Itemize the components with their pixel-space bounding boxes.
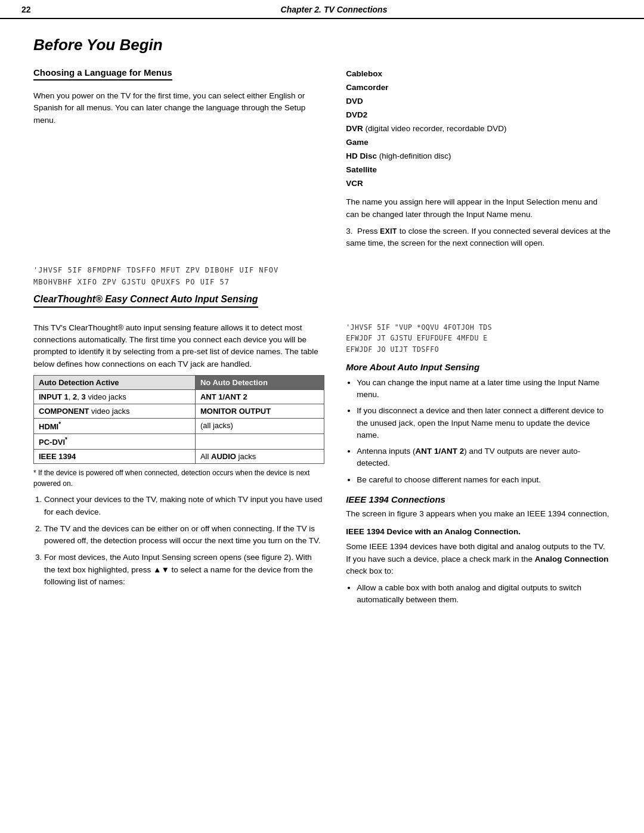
table-cell: HDMI* [34,418,196,433]
page-number: 22 [21,5,45,14]
device-hd-disc: HD Disc (high-definition disc) [346,150,611,163]
input-name-text: The name you assign here will appear in … [346,196,611,221]
ieee-heading: IEEE 1394 Connections [346,494,611,504]
ieee-intro: The screen in figure 3 appears when you … [346,508,611,520]
table-cell: All AUDIO jacks [195,450,324,464]
ieee-bullets: Allow a cable box with both analog and d… [357,582,611,606]
ieee-body: Some IEEE 1394 devices have both digital… [346,541,611,577]
ieee-bullet: Allow a cable box with both analog and d… [357,582,611,606]
encoded-right-line3: EFWJDF JO UIJT TDSFFO [346,344,611,355]
device-camcorder: Camcorder [346,81,611,95]
encoded-block-1: 'JHVSF 5IF 8FMDPNF TDSFFO MFUT ZPV DIBOH… [33,265,611,287]
page: 22 Chapter 2. TV Connections Before You … [0,0,644,833]
encoded-right-line2: EFWJDF JT GJSTU EFUFDUFE 4MFDU E [346,333,611,343]
table-cell: ANT 1/ANT 2 [195,389,324,404]
section1-body: When you power on the TV for the first t… [33,90,324,126]
section2-heading: ClearThought® Easy Connect Auto Input Se… [33,294,258,308]
table-cell: MONITOR OUTPUT [195,404,324,418]
device-vcr: VCR [346,177,611,191]
device-dvd2: DVD2 [346,109,611,122]
table-col2-header: No Auto Detection [195,375,324,389]
table-row: COMPONENT video jacks MONITOR OUTPUT [34,404,324,418]
encoded-line-2: MBOHVBHF XIFO ZPV GJSTU QPUXFS PO UIF 57 [33,277,611,288]
table-cell: (all jacks) [195,418,324,433]
left-column: Choosing a Language for Menus When you p… [33,67,324,254]
section1-heading-block: Choosing a Language for Menus [33,67,324,85]
right-column: Cablebox Camcorder DVD DVD2 DVR (digital… [346,67,611,254]
list-item: The TV and the devices can be either on … [44,523,324,547]
bullet-item: Be careful to choose different names for… [357,474,611,486]
table-right-col: 'JHVSF 5IF "VUP *OQVU 4FOTJOH TDS EFWJDF… [346,322,611,611]
footnote: * If the device is powered off when conn… [33,467,324,489]
bullet-item: If you disconnect a device and then late… [357,405,611,441]
device-list: Cablebox Camcorder DVD DVD2 DVR (digital… [346,67,611,190]
content-area: Before You Begin Choosing a Language for… [0,19,644,627]
device-dvd: DVD [346,95,611,109]
table-left-col: This TV's ClearThought® auto input sensi… [33,322,324,611]
table-cell [195,434,324,450]
section2-heading-block: ClearThought® Easy Connect Auto Input Se… [33,294,611,312]
device-game: Game [346,136,611,150]
table-row: IEEE 1394 All AUDIO jacks [34,450,324,464]
encoded-right-block: 'JHVSF 5IF "VUP *OQVU 4FOTJOH TDS EFWJDF… [346,322,611,355]
more-about-bullets: You can change the input name at a later… [357,377,611,486]
step3-text: 3. Press EXIT to close the screen. If yo… [346,225,611,250]
device-cablebox: Cablebox [346,67,611,81]
table-row: PC-DVI* [34,434,324,450]
table-row: HDMI* (all jacks) [34,418,324,433]
numbered-list: Connect your devices to the TV, making n… [44,494,324,588]
section2-body: This TV's ClearThought® auto input sensi… [33,322,324,370]
encoded-right-line1: 'JHVSF 5IF "VUP *OQVU 4FOTJOH TDS [346,322,611,333]
section1-heading: Choosing a Language for Menus [33,67,172,80]
detection-table: Auto Detection Active No Auto Detection … [33,375,324,465]
book-title: Before You Begin [33,36,611,54]
bullet-item: Antenna inputs (ANT 1/ANT 2) and TV outp… [357,445,611,470]
table-text-row: This TV's ClearThought® auto input sensi… [33,322,611,611]
table-cell: INPUT 1, 2, 3 video jacks [34,389,196,404]
list-item: For most devices, the Auto Input Sensing… [44,552,324,588]
more-about-heading: More About Auto Input Sensing [346,362,611,372]
table-cell: COMPONENT video jacks [34,404,196,418]
table-cell: PC-DVI* [34,434,196,450]
table-col1-header: Auto Detection Active [34,375,196,389]
page-header: 22 Chapter 2. TV Connections [0,0,644,19]
device-satellite: Satellite [346,163,611,177]
ieee-sub-heading: IEEE 1394 Device with an Analog Connecti… [346,526,611,538]
bullet-item: You can change the input name at a later… [357,377,611,401]
table-row: INPUT 1, 2, 3 video jacks ANT 1/ANT 2 [34,389,324,404]
encoded-line-1: 'JHVSF 5IF 8FMDPNF TDSFFO MFUT ZPV DIBOH… [33,265,611,276]
top-two-col: Choosing a Language for Menus When you p… [33,67,611,254]
device-dvr: DVR (digital video recorder, recordable … [346,122,611,136]
list-item: Connect your devices to the TV, making n… [44,494,324,518]
chapter-title: Chapter 2. TV Connections [45,5,623,14]
table-cell: IEEE 1394 [34,450,196,464]
